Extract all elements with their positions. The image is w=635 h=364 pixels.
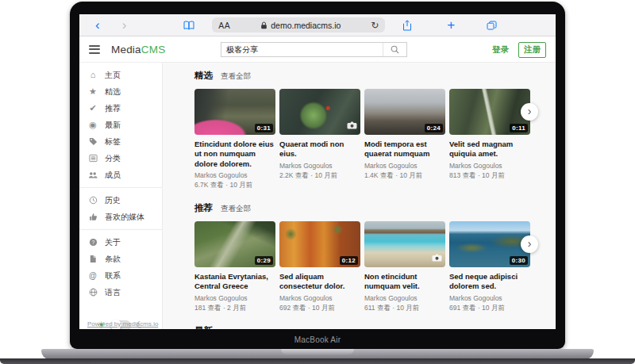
video-card[interactable]: 0:12 Sed aliquam consectetur dolor. Mark… [279, 221, 360, 313]
duration-badge: 0:11 [510, 124, 528, 132]
history-icon [87, 196, 98, 205]
tag-icon [87, 137, 98, 146]
video-thumbnail[interactable]: 0:12 [279, 221, 360, 267]
video-author[interactable]: Markos Gogoulos [194, 294, 275, 302]
auth-actions: 登录 注册 [492, 36, 546, 63]
video-card[interactable]: 0:29 Kastania Evrytanias, Central Greece… [194, 221, 275, 313]
video-stats: 6.7K 查看 · 10 月前 [194, 181, 275, 190]
laptop-base-edge [0, 358, 635, 364]
video-thumbnail[interactable]: 0:24 [364, 89, 445, 135]
tabs-icon[interactable] [487, 21, 497, 30]
sidebar: ⌂ 主页 ★ 精选 ✔ 推荐 ◉ 最新 [79, 63, 163, 329]
star-icon: ★ [87, 87, 98, 96]
sidebar-item-terms[interactable]: 条款 [79, 251, 162, 267]
laptop-lid-notch [281, 349, 354, 354]
forward-icon[interactable]: › [122, 18, 127, 32]
sidebar-item-about[interactable]: ? 关于 [79, 234, 162, 251]
desktop-background: ‹ › AA demo.mediacms.io ↻ [0, 0, 635, 364]
hamburger-menu-icon[interactable] [89, 43, 100, 56]
video-stats: 181 查看 · 2 月前 [194, 304, 275, 313]
video-card[interactable]: 0:24 Modi tempora est quaerat numquam Ma… [364, 89, 445, 190]
video-title[interactable]: Quaerat modi non eius. [279, 140, 360, 159]
camera-badge-icon [432, 251, 442, 265]
section-latest: 最新 [194, 325, 556, 329]
screen-content: ‹ › AA demo.mediacms.io ↻ [79, 14, 556, 329]
video-card[interactable]: Quaerat modi non eius. Markos Gogoulos 2… [279, 89, 360, 190]
video-thumbnail[interactable] [364, 221, 445, 267]
sidebar-item-tags[interactable]: 标签 [79, 133, 162, 150]
sidebar-item-home[interactable]: ⌂ 主页 [79, 67, 162, 83]
members-icon [87, 171, 98, 179]
search-button[interactable] [383, 43, 406, 56]
video-author[interactable]: Markos Gogoulos [194, 171, 275, 179]
share-icon[interactable] [402, 20, 412, 31]
video-author[interactable]: Markos Gogoulos [364, 294, 445, 302]
video-author[interactable]: Markos Gogoulos [449, 162, 530, 170]
reader-mode-button[interactable]: AA [218, 21, 230, 30]
video-title[interactable]: Sed neque adipisci dolorem sed. [449, 272, 530, 292]
video-author[interactable]: Markos Gogoulos [279, 162, 360, 170]
view-all-link[interactable]: 查看全部 [221, 71, 251, 82]
video-stats: 691 查看 · 10 月前 [449, 304, 530, 313]
section-featured: 精选 查看全部 0:31 Etincidunt dolore eius ut n… [194, 70, 556, 190]
video-title[interactable]: Non etincidunt numquam velit. [364, 272, 445, 292]
address-bar[interactable]: AA demo.mediacms.io ↻ [212, 17, 385, 33]
search-input[interactable] [221, 43, 383, 56]
category-icon [87, 154, 98, 163]
sidebar-item-recommended[interactable]: ✔ 推荐 [79, 100, 162, 117]
section-title: 最新 [194, 325, 213, 329]
url-text: demo.mediacms.io [271, 21, 341, 30]
back-icon[interactable]: ‹ [95, 18, 100, 32]
sidebar-item-members[interactable]: 成员 [79, 167, 162, 183]
lock-icon [260, 18, 267, 33]
sidebar-item-history[interactable]: 历史 [79, 192, 162, 209]
duration-badge: 0:31 [255, 124, 273, 132]
new-tab-icon[interactable]: + [447, 18, 455, 32]
thumb-up-icon [87, 213, 98, 221]
site-logo[interactable]: MediaCMS [111, 44, 165, 56]
video-title[interactable]: Kastania Evrytanias, Central Greece [194, 272, 275, 292]
sidebar-item-liked-media[interactable]: 喜欢的媒体 [79, 209, 162, 225]
scroll-next-button[interactable]: › [521, 103, 538, 121]
main-content: 精选 查看全部 0:31 Etincidunt dolore eius ut n… [163, 63, 556, 329]
video-author[interactable]: Markos Gogoulos [449, 294, 530, 302]
svg-text:?: ? [91, 239, 94, 245]
video-author[interactable]: Markos Gogoulos [364, 162, 445, 170]
video-stats: 692 查看 · 10 月前 [279, 304, 360, 313]
new-releases-icon: ◉ [87, 121, 98, 129]
video-thumbnail[interactable]: 0:31 [194, 89, 275, 135]
help-icon: ? [87, 238, 98, 247]
card-row: 0:29 Kastania Evrytanias, Central Greece… [194, 221, 530, 313]
video-card[interactable]: 0:11 Velit sed magnam quiquia amet. Mark… [449, 89, 530, 190]
register-button[interactable]: 注册 [518, 42, 546, 58]
video-thumbnail[interactable]: 0:29 [194, 221, 275, 267]
sidebar-item-categories[interactable]: 分类 [79, 150, 162, 167]
view-all-link[interactable]: 查看全部 [221, 204, 251, 214]
reload-icon[interactable]: ↻ [371, 20, 379, 31]
sidebar-item-language[interactable]: 语言 [79, 284, 162, 301]
login-button[interactable]: 登录 [492, 44, 509, 56]
video-card[interactable]: 0:30 Sed neque adipisci dolorem sed. Mar… [449, 221, 530, 313]
powered-by-link[interactable]: Powered by mediacms.io [87, 320, 158, 328]
camera-badge-icon [347, 118, 357, 132]
scroll-next-button[interactable]: › [521, 236, 538, 253]
video-thumbnail[interactable] [279, 89, 360, 135]
video-title[interactable]: Etincidunt dolore eius ut non numquam do… [194, 140, 275, 169]
video-author[interactable]: Markos Gogoulos [279, 294, 360, 302]
check-icon: ✔ [87, 104, 98, 113]
sidebar-divider [79, 187, 162, 188]
video-title[interactable]: Modi tempora est quaerat numquam [364, 140, 445, 159]
video-card[interactable]: 0:31 Etincidunt dolore eius ut non numqu… [194, 89, 275, 190]
bookmarks-icon[interactable] [183, 21, 194, 30]
duration-badge: 0:12 [340, 256, 358, 265]
video-card[interactable]: Non etincidunt numquam velit. Markos Gog… [364, 221, 445, 313]
video-thumbnail[interactable]: 0:30 [449, 221, 530, 267]
sidebar-item-latest[interactable]: ◉ 最新 [79, 117, 162, 133]
sidebar-item-featured[interactable]: ★ 精选 [79, 83, 162, 100]
sidebar-item-contact[interactable]: @ 联系 [79, 267, 162, 284]
video-title[interactable]: Velit sed magnam quiquia amet. [449, 140, 530, 159]
video-thumbnail[interactable]: 0:11 [449, 89, 530, 135]
video-stats: 2.2K 查看 · 10 月前 [279, 171, 360, 181]
site-header: MediaCMS 登录 注册 [79, 36, 556, 63]
video-title[interactable]: Sed aliquam consectetur dolor. [279, 272, 360, 292]
